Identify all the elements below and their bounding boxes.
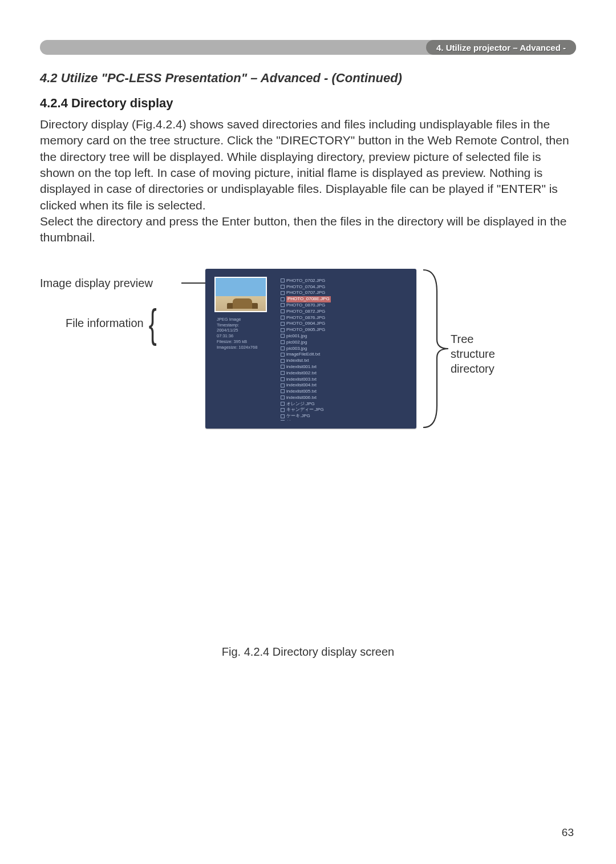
tree-item: pic001.jpg [281,333,406,340]
file-icon [281,402,285,406]
tree-item: PHOTO_0904.JPG [281,321,406,327]
tree-item: indexlist.txt [281,358,406,364]
file-icon [281,383,285,387]
tree-item: indexlist006.txt [281,395,406,401]
file-icon [281,328,285,332]
fileinfo-line: JPEG Image [217,317,269,322]
file-tree: PHOTO_0702.JPG PHOTO_0704.JPG PHOTO_0707… [278,277,408,421]
file-icon [281,340,285,344]
label-image-preview: Image display preview [40,277,153,290]
file-icon [281,334,285,338]
header-band: 4. Utilize projector – Advanced - [40,40,576,55]
tree-item: indexlist002.txt [281,370,406,377]
fileinfo-line: 07:31:36 [217,333,269,339]
brace-right-icon [418,269,449,429]
tree-item: indexlist001.txt [281,364,406,370]
file-icon [281,414,285,418]
tree-item: indexlist004.txt [281,382,406,389]
file-icon [281,408,285,412]
file-icon [281,377,285,381]
breadcrumb: 4. Utilize projector – Advanced - [426,40,576,55]
fileinfo-line: Filesize: 395 kB [217,339,269,345]
file-icon [281,359,285,363]
tree-item: indexlist005.txt [281,389,406,395]
tree-item: imageFileEdit.txt [281,352,406,358]
label-file-info-wrap: File information { [66,312,159,336]
tree-item: PHOTO_0702.JPG [281,278,406,284]
file-icon [281,389,285,393]
file-icon [281,278,285,282]
tree-item-selected: PHOTO_0708E.JPG [281,296,406,302]
page-number: 63 [562,826,574,839]
file-icon [281,365,285,369]
preview-thumbnail [214,277,267,312]
file-icon [281,322,285,326]
label-file-info: File information [66,317,144,330]
tree-item: PHOTO_0905.JPG [281,327,406,333]
tree-item: PHOTO_0872.JPG [281,309,406,315]
file-icon [281,316,285,320]
directory-screenshot: JPEG Image Timestamp: 2004/11/25 07:31:3… [205,269,416,429]
fileinfo-line: Imagesize: 1024x768 [217,345,269,350]
section-title: 4.2 Utilize "PC-LESS Presentation" – Adv… [40,71,576,86]
file-icon [281,395,285,399]
label-tree-structure: Tree structure directory [451,332,495,376]
file-info-panel: JPEG Image Timestamp: 2004/11/25 07:31:3… [214,314,271,356]
tree-item: PHOTO_0876.JPG [281,315,406,321]
file-icon [281,291,285,295]
tree-item: PHOTO_0704.JPG [281,284,406,290]
tree-item: pic003.jpg [281,346,406,352]
body-text: Directory display (Fig.4.2.4) shows save… [40,116,576,246]
file-icon [281,353,285,357]
file-icon [281,297,285,301]
tree-item: オレンジ.JPG [281,401,406,407]
brace-left-icon: { [148,312,156,336]
file-icon [281,303,285,307]
tree-item: ジュース.JPG [281,419,406,421]
tree-item: PHOTO_0870.JPG [281,302,406,309]
subsection-title: 4.2.4 Directory display [40,96,576,111]
figure-caption: Fig. 4.2.4 Directory display screen [40,645,576,659]
file-icon [281,371,285,375]
tree-item: ケーキ.JPG [281,413,406,419]
figure-area: Image display preview File information {… [40,269,576,451]
tree-item: キャンディー.JPG [281,407,406,413]
fileinfo-line: Timestamp: [217,322,269,328]
tree-item: pic002.jpg [281,340,406,346]
tree-item: PHOTO_0707.JPG [281,290,406,296]
fileinfo-line: 2004/11/25 [217,328,269,333]
file-icon [281,346,285,350]
callout-line [181,282,205,284]
file-icon [281,285,285,289]
tree-item: indexlist003.txt [281,377,406,383]
file-icon [281,309,285,313]
